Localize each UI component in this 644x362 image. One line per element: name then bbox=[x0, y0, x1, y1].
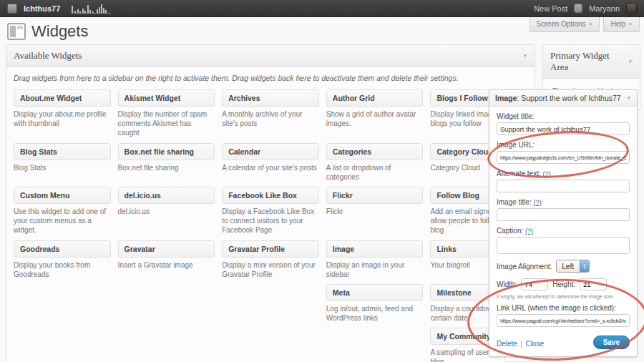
image-widget-form: Widget title: Image URL: Alternate text:… bbox=[489, 107, 637, 356]
header-tabs: Screen Options ▼ Help ▼ bbox=[530, 17, 640, 32]
widget-card-title[interactable]: Box.net file sharing bbox=[118, 143, 215, 160]
widget-card-description: Blog Stats bbox=[14, 163, 111, 172]
alternate-text-help-link[interactable]: (?) bbox=[542, 170, 550, 177]
new-post-link[interactable]: New Post bbox=[534, 4, 567, 13]
widget-card: Akismet Widget Display the number of spa… bbox=[118, 89, 215, 138]
caption-help-link[interactable]: (?) bbox=[525, 228, 533, 235]
widget-card-description: Display your books from Goodreads bbox=[14, 260, 111, 279]
widget-card-description: del.icio.us bbox=[118, 207, 215, 216]
footer-links: Delete | Close bbox=[497, 336, 544, 349]
screen-options-label: Screen Options bbox=[537, 20, 586, 28]
image-title-field-group: Image title: (?) bbox=[497, 198, 630, 221]
widget-card-title[interactable]: Goodreads bbox=[14, 240, 111, 258]
alternate-text-input[interactable] bbox=[497, 180, 630, 192]
primary-widget-area-header[interactable]: Primary Widget Area ▼ bbox=[543, 45, 640, 79]
admin-bar: Ichthus77 New Post Maryann bbox=[0, 0, 644, 17]
screen-options-tab[interactable]: Screen Options ▼ bbox=[530, 17, 600, 32]
image-widget-header[interactable]: Image: Support the work of Ichthus77 ▼ bbox=[489, 90, 637, 107]
widget-card-title[interactable]: Gravatar bbox=[118, 240, 215, 258]
widget-card-title[interactable]: Custom Menu bbox=[14, 187, 111, 204]
select-stepper-icon: ▲▼ bbox=[580, 260, 589, 272]
image-url-label: Image URL: bbox=[497, 141, 630, 149]
widget-card-title[interactable]: del.icio.us bbox=[118, 187, 215, 204]
link-url-label: Link URL (when the image is clicked): bbox=[497, 304, 630, 312]
widget-card-title[interactable]: Categories bbox=[326, 143, 424, 160]
widget-card-title[interactable]: About.me Widget bbox=[14, 89, 111, 107]
image-widget-settings-panel: Image: Support the work of Ichthus77 ▼ W… bbox=[489, 89, 638, 357]
alignment-selected-value: Left bbox=[557, 263, 580, 270]
widget-card: Goodreads Display your books from Goodre… bbox=[14, 240, 111, 279]
widget-card-title[interactable]: Image bbox=[326, 240, 424, 258]
notifications-icon[interactable] bbox=[574, 4, 582, 13]
caption-field-group: Caption: (?) bbox=[497, 227, 630, 254]
alternate-text-label: Alternate text: (?) bbox=[497, 170, 630, 177]
alignment-label: Image Alignment: bbox=[497, 263, 552, 270]
widget-card-description: Flickr bbox=[326, 207, 424, 216]
widget-card: Gravatar Profile Display a mini version … bbox=[222, 240, 319, 279]
widget-title-input[interactable] bbox=[497, 122, 630, 135]
save-button[interactable]: Save bbox=[593, 336, 630, 349]
height-label: Height: bbox=[552, 280, 575, 288]
image-title-input[interactable] bbox=[497, 208, 630, 221]
widget-card-title[interactable]: Meta bbox=[326, 284, 424, 301]
widget-title-field-group: Widget title: bbox=[497, 112, 630, 135]
delete-link[interactable]: Delete bbox=[497, 340, 517, 348]
widget-card-title[interactable]: Facebook Like Box bbox=[222, 187, 319, 204]
widget-card-title[interactable]: Akismet Widget bbox=[118, 89, 215, 107]
widget-card: About.me Widget Display your about.me pr… bbox=[14, 89, 111, 138]
page-title: Widgets bbox=[31, 22, 88, 41]
alignment-select[interactable]: Left ▲▼ bbox=[556, 260, 590, 273]
widget-card-description: Display a Facebook Like Box to connect v… bbox=[222, 207, 319, 235]
widget-card-description: Box.net file sharing bbox=[118, 163, 215, 172]
height-input[interactable] bbox=[580, 278, 607, 290]
widget-card-title[interactable]: Calendar bbox=[222, 143, 319, 160]
chevron-down-icon: ▼ bbox=[628, 22, 633, 26]
link-url-input[interactable] bbox=[497, 314, 630, 327]
widget-card: Author Grid Show a grid of author avatar… bbox=[326, 89, 424, 138]
widget-card-title[interactable]: Archives bbox=[222, 89, 319, 107]
image-widget-header-title: Image: Support the work of Ichthus77 bbox=[495, 94, 621, 102]
image-url-input[interactable] bbox=[497, 151, 630, 164]
caption-label: Caption: (?) bbox=[497, 227, 630, 235]
page-header: Widgets bbox=[7, 22, 88, 41]
widget-card-title[interactable]: Gravatar Profile bbox=[222, 240, 319, 258]
size-note: If empty, we will attempt to determine t… bbox=[497, 294, 630, 299]
image-title-label: Image title: (?) bbox=[497, 198, 630, 206]
toggle-arrow-icon[interactable]: ▼ bbox=[523, 54, 527, 58]
available-widgets-grid: About.me Widget Display your about.me pr… bbox=[6, 89, 535, 362]
available-widgets-panel: Available Widgets ▼ Drag widgets from he… bbox=[6, 44, 535, 362]
widget-card-description: A monthly archive of your site's posts bbox=[222, 109, 319, 128]
toggle-arrow-icon[interactable]: ▼ bbox=[627, 96, 631, 100]
widget-panel-footer: Delete | Close Save bbox=[497, 333, 630, 352]
widget-card-description: Log in/out, admin, feed and WordPress li… bbox=[326, 304, 424, 323]
widget-card: Archives A monthly archive of your site'… bbox=[222, 89, 319, 138]
caption-input[interactable] bbox=[497, 237, 630, 254]
widget-title-label: Widget title: bbox=[497, 112, 630, 120]
available-widgets-description: Drag widgets from here to a sidebar on t… bbox=[6, 67, 535, 89]
available-widgets-header[interactable]: Available Widgets ▼ bbox=[6, 45, 535, 67]
close-link[interactable]: Close bbox=[525, 340, 544, 348]
site-name-link[interactable]: Ichthus77 bbox=[24, 4, 60, 13]
user-name-link[interactable]: Maryann bbox=[589, 4, 620, 13]
widget-card-description: A list or dropdown of categories bbox=[326, 163, 424, 182]
widget-card-description: A calendar of your site's posts bbox=[222, 163, 319, 172]
toggle-arrow-icon[interactable]: ▼ bbox=[628, 59, 633, 64]
alignment-row: Image Alignment: Left ▲▼ bbox=[497, 260, 630, 273]
link-url-field-group: Link URL (when the image is clicked): bbox=[497, 304, 630, 327]
image-title-help-link[interactable]: (?) bbox=[534, 199, 542, 206]
size-row: Width: Height: bbox=[497, 278, 630, 290]
widget-card-description: Display a mini version of your Gravatar … bbox=[222, 260, 319, 279]
help-tab[interactable]: Help ▼ bbox=[603, 17, 640, 32]
widget-card: Calendar A calendar of your site's posts bbox=[222, 143, 319, 182]
widget-card-title[interactable]: Blog Stats bbox=[14, 143, 111, 160]
image-url-field-group: Image URL: bbox=[497, 141, 630, 164]
widget-card-title[interactable]: Author Grid bbox=[326, 89, 424, 107]
primary-widget-area-title: Primary Widget Area bbox=[550, 50, 628, 73]
widget-card: Blog Stats Blog Stats bbox=[14, 143, 111, 182]
widget-card: del.icio.us del.icio.us bbox=[118, 187, 215, 235]
width-input[interactable] bbox=[521, 278, 548, 290]
stats-sparkline-icon[interactable] bbox=[71, 3, 111, 14]
alternate-text-field-group: Alternate text: (?) bbox=[497, 170, 630, 192]
widget-card-title[interactable]: Flickr bbox=[326, 187, 424, 204]
widgets-icon bbox=[7, 23, 26, 40]
